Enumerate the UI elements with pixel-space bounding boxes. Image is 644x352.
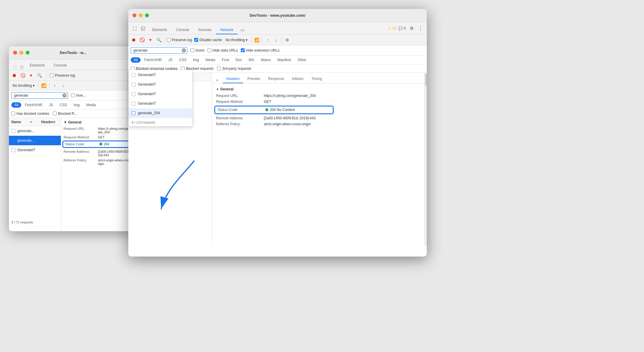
- back-minimize-button[interactable]: [19, 51, 23, 55]
- autocomplete-count: 6 / 113 requests: [132, 121, 155, 124]
- back-preserve-log-checkbox[interactable]: [50, 73, 54, 77]
- front-preserve-log-label[interactable]: Preserve log: [167, 38, 192, 42]
- back-blocked-req-label[interactable]: Blocked R...: [53, 112, 77, 116]
- back-req-item-1[interactable]: generate...: [9, 126, 61, 136]
- front-third-party-cb[interactable]: [217, 67, 221, 70]
- front-details-close[interactable]: ×: [214, 77, 220, 83]
- back-record-icon[interactable]: ⏺: [11, 72, 17, 78]
- front-hide-ext-cb[interactable]: [241, 48, 245, 52]
- front-disable-cache-label[interactable]: Disable cache: [194, 38, 222, 42]
- front-more-icon[interactable]: ⋮: [417, 25, 424, 32]
- front-hide-data-label[interactable]: Hide data URLs: [207, 48, 238, 53]
- back-tab-console[interactable]: Console: [50, 61, 71, 70]
- back-maximize-button[interactable]: [26, 51, 30, 55]
- front-tab-initiator[interactable]: Initiator: [288, 75, 307, 83]
- front-filter-doc[interactable]: Doc: [232, 57, 245, 63]
- front-filter-media[interactable]: Media: [203, 57, 218, 63]
- front-invert-label[interactable]: Invert: [190, 48, 204, 53]
- back-inspect-icon[interactable]: ◱: [19, 63, 25, 70]
- autocomplete-item-1[interactable]: GenerateIT: [129, 70, 192, 80]
- back-filter-all[interactable]: All: [11, 102, 21, 108]
- front-filter-css[interactable]: CSS: [176, 57, 189, 63]
- back-blocked-cookies-cb[interactable]: [11, 112, 15, 115]
- back-col-close[interactable]: ×: [30, 120, 32, 124]
- back-close-button[interactable]: [13, 51, 17, 55]
- front-filter-ws[interactable]: WS: [246, 57, 257, 63]
- front-sep1: [164, 37, 164, 43]
- front-minimize-button[interactable]: [139, 13, 143, 17]
- back-req-item-3[interactable]: GenerateIT: [9, 145, 61, 155]
- back-tab-elements[interactable]: Elements: [26, 61, 49, 70]
- front-hide-data-cb[interactable]: [207, 48, 211, 52]
- front-tab-headers[interactable]: Headers: [223, 75, 243, 83]
- front-tab-network[interactable]: Network: [216, 26, 238, 34]
- front-search-input[interactable]: [131, 47, 187, 54]
- front-settings2-icon[interactable]: ⚙: [284, 37, 290, 43]
- back-blocked-req-cb[interactable]: [53, 112, 57, 115]
- front-filter-img[interactable]: Img: [190, 57, 202, 63]
- front-filter-fetch[interactable]: Fetch/XHR: [141, 57, 165, 63]
- back-wifi-icon[interactable]: 📶: [41, 83, 47, 89]
- front-settings-icon[interactable]: ⚙: [408, 25, 415, 32]
- front-tab-more[interactable]: >>: [238, 27, 247, 34]
- back-filter-css[interactable]: CSS: [57, 102, 70, 108]
- front-filter-icon[interactable]: ▼: [147, 37, 153, 43]
- back-search-clear[interactable]: ✕: [62, 93, 67, 98]
- back-invert-checkbox[interactable]: [71, 93, 75, 97]
- front-clear-icon[interactable]: 🚫: [139, 37, 145, 43]
- front-tab-console[interactable]: Console: [172, 26, 193, 34]
- front-maximize-button[interactable]: [145, 13, 149, 17]
- back-filter-icon[interactable]: ▼: [28, 72, 34, 78]
- back-req-item-2[interactable]: generate...: [9, 136, 61, 145]
- autocomplete-item-4[interactable]: GenerateIT: [129, 99, 192, 108]
- front-third-party-label[interactable]: 3rd-party requests: [217, 67, 251, 71]
- autocomplete-item-3[interactable]: GenerateIT: [129, 89, 192, 99]
- front-cursor-icon[interactable]: ⬚: [131, 25, 138, 32]
- front-disable-cache-cb[interactable]: [194, 38, 198, 42]
- devtools-back-window: DevTools - w... ⬚ ◱ Elements Console ⏺ 🚫…: [9, 46, 137, 231]
- front-filter-other[interactable]: Other: [295, 57, 309, 63]
- front-tab-response[interactable]: Response: [264, 75, 288, 83]
- front-filter-font[interactable]: Font: [219, 57, 232, 63]
- front-filter-wasm[interactable]: Wasm: [258, 57, 274, 63]
- front-wifi-icon[interactable]: 📶: [254, 37, 260, 43]
- back-filter-js[interactable]: JS: [46, 102, 56, 108]
- back-filter-img[interactable]: Img: [71, 102, 83, 108]
- front-invert-cb[interactable]: [190, 48, 194, 52]
- back-section-title: ▼ General: [64, 120, 135, 124]
- back-filter-media[interactable]: Media: [83, 102, 99, 108]
- front-no-throttling[interactable]: No throttling ▾: [224, 37, 249, 43]
- front-tab-timing[interactable]: Timing: [308, 75, 326, 83]
- front-scrollbar[interactable]: [424, 73, 427, 246]
- autocomplete-item-5[interactable]: generate_204: [129, 108, 192, 118]
- autocomplete-item-2[interactable]: GenerateIT: [129, 80, 192, 89]
- front-hide-ext-label[interactable]: Hide extension URLs: [241, 48, 280, 53]
- front-traffic-lights: [133, 13, 149, 17]
- front-tab-preview[interactable]: Preview: [244, 75, 264, 83]
- front-record-icon[interactable]: ⏺: [131, 37, 137, 43]
- front-tab-sources[interactable]: Sources: [194, 26, 215, 34]
- back-no-throttling[interactable]: No throttling ▾: [11, 83, 36, 88]
- front-filter-all[interactable]: All: [131, 57, 141, 63]
- back-blocked-cookies-label[interactable]: Has blocked cookies: [11, 112, 49, 116]
- front-detail-method: Request Method: GET: [216, 100, 420, 104]
- front-tab-elements[interactable]: Elements: [148, 26, 171, 34]
- front-search-clear[interactable]: ✕: [182, 48, 186, 53]
- back-clear-icon[interactable]: 🚫: [20, 72, 26, 78]
- front-inspect-icon[interactable]: ◱: [140, 25, 146, 32]
- back-cursor-icon[interactable]: ⬚: [11, 63, 18, 70]
- front-download-icon[interactable]: ↓: [273, 37, 279, 43]
- front-close-button[interactable]: [133, 13, 136, 17]
- front-filter-js[interactable]: JS: [165, 57, 175, 63]
- back-search-input[interactable]: [11, 92, 68, 99]
- back-download-icon[interactable]: ↓: [60, 83, 66, 89]
- front-preserve-log-cb[interactable]: [167, 38, 171, 42]
- back-filter-fetch[interactable]: Fetch/XHR: [22, 102, 45, 108]
- front-filter-manifest[interactable]: Manifest: [275, 57, 294, 63]
- back-search-icon[interactable]: 🔍: [36, 72, 42, 78]
- back-invert-label[interactable]: Inve...: [71, 93, 86, 98]
- back-upload-icon[interactable]: ↑: [52, 83, 58, 89]
- front-search-icon[interactable]: 🔍: [156, 37, 162, 43]
- back-preserve-log-label[interactable]: Preserve log: [50, 73, 75, 78]
- front-upload-icon[interactable]: ↑: [265, 37, 271, 43]
